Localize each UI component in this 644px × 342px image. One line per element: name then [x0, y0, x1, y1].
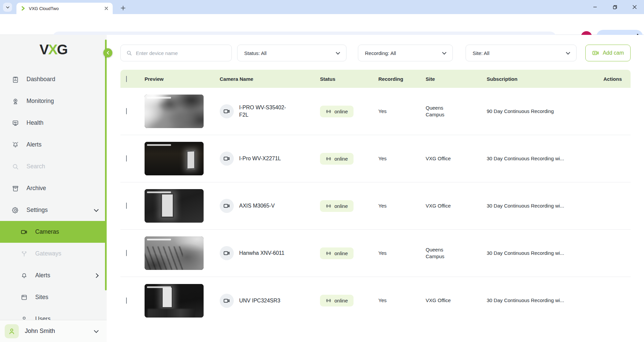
bell-ring-icon: [11, 141, 19, 149]
site-value: VXG Office: [426, 155, 455, 162]
status-text: online: [334, 203, 348, 209]
sidebar-item-dashboard[interactable]: Dashboard: [0, 68, 107, 90]
status-filter-dropdown[interactable]: Status: All: [237, 45, 346, 61]
sidebar-item-health[interactable]: Health: [0, 112, 107, 134]
sidebar-item-sites[interactable]: Sites: [0, 286, 107, 308]
broadcast-icon: [326, 109, 331, 114]
camera-preview-thumbnail[interactable]: [145, 236, 204, 270]
user-name: John Smith: [25, 328, 55, 335]
sidebar-item-label: Search: [26, 163, 45, 170]
recording-value: Yes: [378, 155, 426, 162]
camera-name[interactable]: I-PRO WV-S35402-F2L: [239, 104, 291, 118]
recording-filter-dropdown[interactable]: Recording: All: [358, 45, 453, 61]
cameras-table: Preview Camera Name Status Recording Sit…: [120, 70, 631, 324]
new-tab-button[interactable]: [118, 3, 128, 13]
broadcast-icon: [326, 298, 331, 303]
timestamp-overlay: [147, 144, 171, 146]
camera-icon: [220, 294, 234, 308]
sidebar-item-monitoring[interactable]: Monitoring: [0, 90, 107, 112]
camera-name[interactable]: I-Pro WV-X2271L: [239, 155, 281, 162]
sidebar-item-cameras[interactable]: Cameras: [0, 221, 107, 243]
arrow-left-icon: [106, 51, 110, 55]
user-menu[interactable]: John Smith: [0, 320, 107, 342]
camera-icon: [220, 246, 234, 260]
camera-preview-thumbnail[interactable]: [145, 284, 204, 318]
camera-name[interactable]: AXIS M3065-V: [239, 202, 275, 210]
row-checkbox[interactable]: [126, 108, 127, 114]
sidebar-item-label: Archive: [26, 185, 46, 192]
status-badge: online: [320, 106, 354, 117]
tab-close-icon[interactable]: [103, 5, 109, 11]
site-value: Queens Campus: [426, 105, 455, 118]
device-search-field[interactable]: [120, 45, 232, 61]
camera-name[interactable]: Hanwha XNV-6011: [239, 249, 284, 257]
screen: VXG CloudTwo cloudtwo-prod.vxgdemo.cloud…: [0, 0, 644, 342]
subscription-value: 30 Day Continuous Recording wi...: [487, 250, 590, 256]
column-header-site: Site: [426, 76, 487, 82]
column-header-actions: Actions: [603, 76, 631, 82]
column-header-subscription: Subscription: [487, 76, 590, 82]
column-header-preview: Preview: [145, 76, 220, 82]
column-header-status: Status: [320, 76, 378, 82]
row-checkbox[interactable]: [126, 250, 127, 256]
sidebar-item-archive[interactable]: Archive: [0, 177, 107, 199]
window-close-button[interactable]: [627, 0, 642, 14]
broadcast-icon: [326, 156, 331, 162]
recording-value: Yes: [378, 250, 426, 256]
search-icon: [126, 50, 132, 56]
camera-name[interactable]: UNV IPC324SR3: [239, 297, 280, 304]
status-badge: online: [320, 295, 354, 306]
window-icon: [20, 293, 28, 301]
site-value: VXG Office: [426, 203, 455, 209]
app-window: VXG Dashboard Monitoring Health Alerts S…: [0, 35, 644, 342]
subscription-value: 30 Day Continuous Recording wi...: [487, 297, 590, 304]
window-minimize-button[interactable]: [587, 0, 603, 14]
sidebar-item-label: Monitoring: [26, 98, 54, 105]
row-checkbox[interactable]: [126, 203, 127, 209]
health-monitor-icon: [11, 119, 19, 127]
split-path-icon: [20, 250, 28, 258]
sidebar: VXG Dashboard Monitoring Health Alerts S…: [0, 35, 107, 342]
tab-search-button[interactable]: [3, 3, 12, 12]
archive-box-icon: [11, 184, 19, 192]
site-value: Queens Campus: [426, 246, 455, 260]
camera-preview-thumbnail[interactable]: [145, 189, 204, 223]
browser-tab[interactable]: VXG CloudTwo: [16, 3, 113, 14]
browser-toolbar: cloudtwo-prod.vxgdemo.cloud-vms.com/cust…: [0, 14, 644, 35]
camera-icon: [220, 152, 234, 166]
search-icon: [11, 163, 19, 171]
camera-preview-thumbnail[interactable]: [145, 142, 204, 175]
camera-plus-icon: [592, 49, 599, 57]
device-search-input[interactable]: [136, 50, 226, 56]
status-badge: online: [320, 200, 354, 212]
status-badge: online: [320, 153, 354, 165]
timestamp-overlay: [147, 97, 171, 99]
status-filter-label: Status: All: [244, 50, 267, 56]
row-checkbox[interactable]: [126, 297, 127, 304]
subscription-value: 30 Day Continuous Recording wi...: [487, 155, 590, 162]
browser-tab-strip: VXG CloudTwo: [0, 0, 644, 14]
timestamp-overlay: [147, 286, 171, 288]
sidebar-item-label: Dashboard: [26, 76, 55, 83]
sidebar-collapse-button[interactable]: [103, 48, 112, 57]
select-all-checkbox[interactable]: [126, 76, 127, 82]
chevron-down-icon: [336, 50, 340, 55]
column-header-camera-name: Camera Name: [220, 76, 320, 82]
sidebar-item-settings[interactable]: Settings: [0, 199, 107, 221]
sidebar-item-gateways[interactable]: Gateways: [0, 243, 107, 265]
camera-preview-thumbnail[interactable]: [145, 95, 204, 128]
status-text: online: [334, 109, 348, 114]
add-camera-button[interactable]: Add cam: [585, 45, 631, 61]
window-restore-button[interactable]: [607, 0, 623, 14]
sidebar-item-alerts-settings[interactable]: Alerts: [0, 265, 107, 286]
status-text: online: [334, 298, 348, 303]
plus-icon: [121, 6, 125, 10]
sidebar-item-alerts[interactable]: Alerts: [0, 134, 107, 156]
webcam-icon: [11, 97, 19, 105]
site-filter-label: Site: All: [473, 50, 489, 56]
video-camera-icon: [20, 228, 28, 236]
row-checkbox[interactable]: [126, 155, 127, 162]
sidebar-item-search[interactable]: Search: [0, 156, 107, 177]
table-row: Hanwha XNV-6011 online Yes Queens Campus…: [120, 230, 631, 277]
site-filter-dropdown[interactable]: Site: All: [466, 45, 577, 61]
